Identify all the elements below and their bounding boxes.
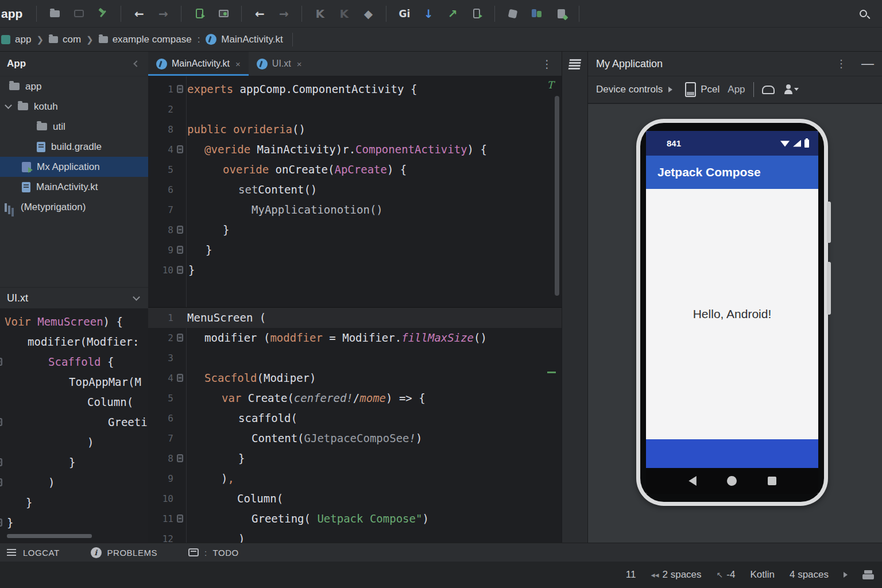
close-icon[interactable]: × (297, 59, 302, 69)
toolbar-separator (241, 6, 242, 22)
code-line: 4@veride MainActivity)r.ComponentActivit… (148, 140, 562, 160)
status-item-kotlin[interactable]: Kotlin (750, 569, 775, 581)
code-line: 8} (148, 220, 562, 240)
search-icon[interactable] (854, 5, 872, 22)
vertical-scrollbar[interactable] (555, 96, 559, 296)
breadcrumb-root[interactable]: app (15, 34, 31, 45)
tree-item-label: (Metyprigation) (21, 202, 86, 213)
breadcrumb-package[interactable]: com (63, 34, 81, 45)
todo-tab[interactable]: : TODO (188, 548, 239, 558)
toolbar-separator (494, 6, 495, 22)
redo-icon[interactable]: → (275, 5, 292, 22)
breadcrumb-package2[interactable]: example compase (113, 34, 192, 45)
uixt-code-area[interactable]: Voir MemuScreen) {modifier(Modfier:Scaff… (0, 308, 148, 543)
fold-marker-icon[interactable] (0, 478, 2, 486)
run-device-icon[interactable] (191, 5, 208, 22)
fold-marker-icon[interactable] (177, 145, 183, 153)
uixt-panel-header[interactable]: UI.xt (0, 288, 148, 308)
tab-uixt[interactable]: UI.xt × (249, 52, 310, 76)
status-item-11[interactable]: 11 (626, 569, 636, 581)
push-icon[interactable]: ↗ (444, 5, 461, 22)
layout-icon[interactable] (504, 5, 521, 22)
tree-item-util[interactable]: util (0, 117, 148, 137)
status-item--4[interactable]: ↖-4 (717, 569, 736, 581)
back-icon[interactable] (688, 476, 697, 486)
fold-marker-icon[interactable] (177, 226, 183, 234)
tree-item-mx-application[interactable]: Mx Application (0, 157, 148, 177)
chevron-down-icon[interactable] (5, 102, 12, 109)
close-icon[interactable]: × (235, 59, 241, 69)
user-icon[interactable] (784, 84, 795, 95)
fold-marker-icon[interactable] (0, 358, 2, 366)
fold-marker-icon[interactable] (0, 519, 2, 527)
app-bar-title: Jetpack Compose (657, 165, 761, 179)
volume-button[interactable] (827, 202, 831, 243)
chevron-down-icon[interactable] (133, 293, 140, 301)
options-icon[interactable]: ⋮ (836, 57, 861, 70)
logcat-tab[interactable]: LOGCAT (7, 548, 60, 558)
line-number: 1 (148, 79, 173, 99)
tab-options-icon[interactable]: ⋮ (532, 52, 562, 76)
fold-marker-icon[interactable] (177, 374, 183, 382)
hello-text: Hello, Android! (693, 307, 772, 321)
folder-icon (37, 123, 47, 130)
forward-arrow-icon[interactable]: → (154, 5, 172, 22)
chevron-right-icon[interactable] (844, 572, 848, 578)
tree-item-metyprigation[interactable]: (Metyprigation) (0, 197, 148, 217)
problems-tab[interactable]: i PROBLEMS (91, 547, 157, 558)
cloud-icon[interactable] (762, 86, 775, 94)
horizontal-scrollbar[interactable] (7, 534, 92, 538)
line-number: 4 (148, 140, 173, 160)
project-panel-header[interactable]: App (0, 52, 148, 76)
printer-icon[interactable] (862, 570, 874, 579)
kotlin-tool2-icon[interactable]: K (335, 5, 353, 22)
tree-item-build-gradle[interactable]: build.gradle (0, 137, 148, 157)
recents-icon[interactable] (768, 477, 776, 485)
window-icon[interactable] (70, 5, 87, 22)
code-line: 1experts appComp.ComponentActivity { (148, 79, 562, 99)
fold-marker-icon[interactable] (0, 418, 2, 426)
tree-item-mainactivity-kt[interactable]: MainActivity.kt (0, 177, 148, 197)
emulator-icon[interactable] (528, 5, 546, 22)
fold-marker-icon[interactable] (177, 454, 183, 462)
sync-folder-icon[interactable] (215, 5, 232, 22)
device-name[interactable]: Pcel (701, 84, 719, 95)
toolbar-separator (579, 6, 579, 22)
tree-item-kotuh[interactable]: kotuh (0, 96, 148, 117)
git-icon[interactable]: Gi (396, 5, 413, 22)
folder-icon[interactable] (46, 5, 63, 22)
minimize-icon[interactable]: — (861, 56, 874, 71)
fold-marker-icon[interactable] (177, 246, 183, 254)
fold-marker-icon[interactable] (0, 458, 2, 466)
device-run-icon[interactable] (468, 5, 485, 22)
fold-marker-icon[interactable] (177, 334, 183, 342)
build-hammer-icon[interactable] (94, 5, 111, 22)
status-item-2-spaces[interactable]: ◂◂2 spaces (651, 569, 701, 581)
undo-icon[interactable]: ← (251, 5, 268, 22)
device-controls-label[interactable]: Device controls (596, 84, 663, 95)
collapse-icon[interactable] (133, 60, 140, 67)
device-display-area: 841 Jetpack Compose Hello, Android! (588, 104, 882, 543)
status-item-4-spaces[interactable]: 4 spaces (790, 569, 829, 581)
download-icon[interactable]: ↓ (420, 5, 437, 22)
editor-top[interactable]: 1experts appComp.ComponentActivity {28pu… (148, 76, 562, 307)
tree-item-app[interactable]: app (0, 76, 148, 96)
status-arrow-icon: ◂◂ (651, 570, 659, 579)
breadcrumb-file[interactable]: MainActivity.kt (221, 34, 283, 45)
phone-screen[interactable]: 841 Jetpack Compose Hello, Android! (646, 131, 818, 494)
profiler-icon[interactable] (552, 5, 570, 22)
tab-mainactivity[interactable]: MainActivity.kt × (148, 52, 249, 76)
editor-bottom[interactable]: 1MenuScreen (2modifier (moddfier = Modif… (148, 307, 562, 543)
back-arrow-icon[interactable]: ← (130, 5, 148, 22)
folder-icon (49, 36, 58, 43)
diamond-icon[interactable]: ◆ (359, 5, 377, 22)
fold-marker-icon[interactable] (177, 514, 183, 523)
folder-icon (18, 103, 28, 110)
power-button[interactable] (827, 262, 831, 315)
layers-icon[interactable] (570, 59, 581, 69)
kotlin-tool-icon[interactable]: K (311, 5, 328, 22)
chevron-right-icon[interactable] (668, 87, 672, 92)
home-icon[interactable] (727, 476, 737, 486)
fold-marker-icon[interactable] (177, 85, 183, 93)
fold-marker-icon[interactable] (177, 266, 183, 274)
